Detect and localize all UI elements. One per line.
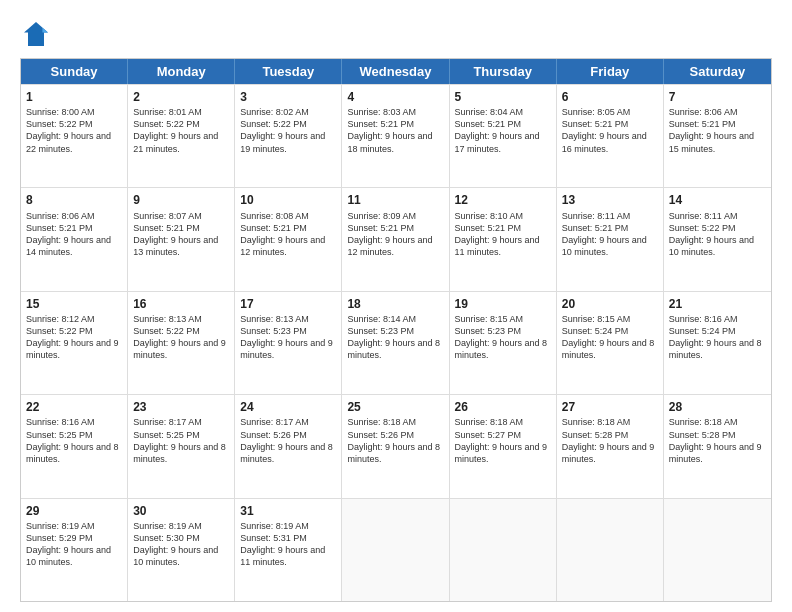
calendar-cell: 22Sunrise: 8:16 AM Sunset: 5:25 PM Dayli… [21, 395, 128, 497]
day-info: Sunrise: 8:16 AM Sunset: 5:25 PM Dayligh… [26, 416, 122, 465]
calendar-cell [450, 499, 557, 601]
day-info: Sunrise: 8:17 AM Sunset: 5:26 PM Dayligh… [240, 416, 336, 465]
day-number: 14 [669, 192, 766, 208]
day-number: 24 [240, 399, 336, 415]
day-number: 3 [240, 89, 336, 105]
day-info: Sunrise: 8:08 AM Sunset: 5:21 PM Dayligh… [240, 210, 336, 259]
day-info: Sunrise: 8:15 AM Sunset: 5:23 PM Dayligh… [455, 313, 551, 362]
calendar-cell: 25Sunrise: 8:18 AM Sunset: 5:26 PM Dayli… [342, 395, 449, 497]
calendar-cell: 28Sunrise: 8:18 AM Sunset: 5:28 PM Dayli… [664, 395, 771, 497]
day-number: 7 [669, 89, 766, 105]
calendar-week: 15Sunrise: 8:12 AM Sunset: 5:22 PM Dayli… [21, 291, 771, 394]
day-info: Sunrise: 8:06 AM Sunset: 5:21 PM Dayligh… [669, 106, 766, 155]
calendar-header-row: SundayMondayTuesdayWednesdayThursdayFrid… [21, 59, 771, 84]
day-info: Sunrise: 8:15 AM Sunset: 5:24 PM Dayligh… [562, 313, 658, 362]
calendar-cell: 3Sunrise: 8:02 AM Sunset: 5:22 PM Daylig… [235, 85, 342, 187]
page: SundayMondayTuesdayWednesdayThursdayFrid… [0, 0, 792, 612]
day-info: Sunrise: 8:11 AM Sunset: 5:22 PM Dayligh… [669, 210, 766, 259]
day-number: 1 [26, 89, 122, 105]
day-number: 15 [26, 296, 122, 312]
day-number: 21 [669, 296, 766, 312]
day-info: Sunrise: 8:03 AM Sunset: 5:21 PM Dayligh… [347, 106, 443, 155]
calendar-cell [342, 499, 449, 601]
day-number: 2 [133, 89, 229, 105]
day-info: Sunrise: 8:00 AM Sunset: 5:22 PM Dayligh… [26, 106, 122, 155]
calendar-cell: 4Sunrise: 8:03 AM Sunset: 5:21 PM Daylig… [342, 85, 449, 187]
day-number: 29 [26, 503, 122, 519]
day-number: 27 [562, 399, 658, 415]
calendar-cell: 2Sunrise: 8:01 AM Sunset: 5:22 PM Daylig… [128, 85, 235, 187]
header [20, 18, 772, 50]
day-number: 8 [26, 192, 122, 208]
day-number: 4 [347, 89, 443, 105]
calendar-cell: 29Sunrise: 8:19 AM Sunset: 5:29 PM Dayli… [21, 499, 128, 601]
calendar-cell: 24Sunrise: 8:17 AM Sunset: 5:26 PM Dayli… [235, 395, 342, 497]
calendar: SundayMondayTuesdayWednesdayThursdayFrid… [20, 58, 772, 602]
calendar-day-header: Thursday [450, 59, 557, 84]
day-info: Sunrise: 8:13 AM Sunset: 5:23 PM Dayligh… [240, 313, 336, 362]
day-info: Sunrise: 8:14 AM Sunset: 5:23 PM Dayligh… [347, 313, 443, 362]
day-number: 9 [133, 192, 229, 208]
calendar-cell: 8Sunrise: 8:06 AM Sunset: 5:21 PM Daylig… [21, 188, 128, 290]
day-number: 20 [562, 296, 658, 312]
day-number: 30 [133, 503, 229, 519]
calendar-day-header: Wednesday [342, 59, 449, 84]
calendar-week: 8Sunrise: 8:06 AM Sunset: 5:21 PM Daylig… [21, 187, 771, 290]
calendar-cell: 11Sunrise: 8:09 AM Sunset: 5:21 PM Dayli… [342, 188, 449, 290]
day-number: 19 [455, 296, 551, 312]
day-number: 16 [133, 296, 229, 312]
day-number: 26 [455, 399, 551, 415]
calendar-day-header: Sunday [21, 59, 128, 84]
calendar-cell: 1Sunrise: 8:00 AM Sunset: 5:22 PM Daylig… [21, 85, 128, 187]
day-info: Sunrise: 8:07 AM Sunset: 5:21 PM Dayligh… [133, 210, 229, 259]
day-info: Sunrise: 8:19 AM Sunset: 5:29 PM Dayligh… [26, 520, 122, 569]
calendar-week: 29Sunrise: 8:19 AM Sunset: 5:29 PM Dayli… [21, 498, 771, 601]
calendar-week: 22Sunrise: 8:16 AM Sunset: 5:25 PM Dayli… [21, 394, 771, 497]
day-info: Sunrise: 8:02 AM Sunset: 5:22 PM Dayligh… [240, 106, 336, 155]
calendar-cell: 19Sunrise: 8:15 AM Sunset: 5:23 PM Dayli… [450, 292, 557, 394]
day-info: Sunrise: 8:18 AM Sunset: 5:27 PM Dayligh… [455, 416, 551, 465]
day-number: 17 [240, 296, 336, 312]
calendar-cell: 20Sunrise: 8:15 AM Sunset: 5:24 PM Dayli… [557, 292, 664, 394]
calendar-cell: 30Sunrise: 8:19 AM Sunset: 5:30 PM Dayli… [128, 499, 235, 601]
calendar-day-header: Tuesday [235, 59, 342, 84]
calendar-cell: 12Sunrise: 8:10 AM Sunset: 5:21 PM Dayli… [450, 188, 557, 290]
day-info: Sunrise: 8:09 AM Sunset: 5:21 PM Dayligh… [347, 210, 443, 259]
calendar-cell: 18Sunrise: 8:14 AM Sunset: 5:23 PM Dayli… [342, 292, 449, 394]
calendar-cell: 31Sunrise: 8:19 AM Sunset: 5:31 PM Dayli… [235, 499, 342, 601]
calendar-cell: 17Sunrise: 8:13 AM Sunset: 5:23 PM Dayli… [235, 292, 342, 394]
calendar-cell: 26Sunrise: 8:18 AM Sunset: 5:27 PM Dayli… [450, 395, 557, 497]
calendar-cell: 21Sunrise: 8:16 AM Sunset: 5:24 PM Dayli… [664, 292, 771, 394]
day-number: 23 [133, 399, 229, 415]
logo [20, 18, 54, 50]
day-number: 6 [562, 89, 658, 105]
calendar-cell [557, 499, 664, 601]
day-info: Sunrise: 8:11 AM Sunset: 5:21 PM Dayligh… [562, 210, 658, 259]
day-info: Sunrise: 8:13 AM Sunset: 5:22 PM Dayligh… [133, 313, 229, 362]
calendar-day-header: Friday [557, 59, 664, 84]
day-info: Sunrise: 8:01 AM Sunset: 5:22 PM Dayligh… [133, 106, 229, 155]
calendar-cell: 9Sunrise: 8:07 AM Sunset: 5:21 PM Daylig… [128, 188, 235, 290]
calendar-cell: 16Sunrise: 8:13 AM Sunset: 5:22 PM Dayli… [128, 292, 235, 394]
day-number: 31 [240, 503, 336, 519]
calendar-body: 1Sunrise: 8:00 AM Sunset: 5:22 PM Daylig… [21, 84, 771, 601]
calendar-cell: 23Sunrise: 8:17 AM Sunset: 5:25 PM Dayli… [128, 395, 235, 497]
calendar-day-header: Saturday [664, 59, 771, 84]
calendar-cell: 15Sunrise: 8:12 AM Sunset: 5:22 PM Dayli… [21, 292, 128, 394]
calendar-cell: 14Sunrise: 8:11 AM Sunset: 5:22 PM Dayli… [664, 188, 771, 290]
day-info: Sunrise: 8:04 AM Sunset: 5:21 PM Dayligh… [455, 106, 551, 155]
calendar-cell [664, 499, 771, 601]
day-number: 22 [26, 399, 122, 415]
day-info: Sunrise: 8:19 AM Sunset: 5:30 PM Dayligh… [133, 520, 229, 569]
day-number: 25 [347, 399, 443, 415]
calendar-cell: 6Sunrise: 8:05 AM Sunset: 5:21 PM Daylig… [557, 85, 664, 187]
calendar-week: 1Sunrise: 8:00 AM Sunset: 5:22 PM Daylig… [21, 84, 771, 187]
day-number: 13 [562, 192, 658, 208]
calendar-day-header: Monday [128, 59, 235, 84]
day-info: Sunrise: 8:18 AM Sunset: 5:26 PM Dayligh… [347, 416, 443, 465]
calendar-cell: 10Sunrise: 8:08 AM Sunset: 5:21 PM Dayli… [235, 188, 342, 290]
logo-icon [20, 18, 52, 50]
day-info: Sunrise: 8:18 AM Sunset: 5:28 PM Dayligh… [562, 416, 658, 465]
day-info: Sunrise: 8:16 AM Sunset: 5:24 PM Dayligh… [669, 313, 766, 362]
day-number: 5 [455, 89, 551, 105]
